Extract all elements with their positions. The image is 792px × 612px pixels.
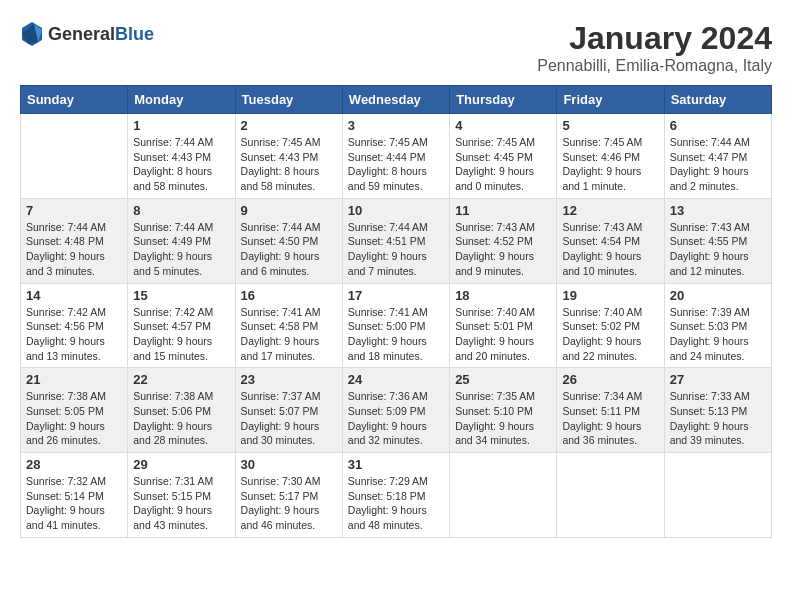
calendar-cell: 26Sunrise: 7:34 AM Sunset: 5:11 PM Dayli… — [557, 368, 664, 453]
day-info: Sunrise: 7:37 AM Sunset: 5:07 PM Dayligh… — [241, 389, 337, 448]
title-block: January 2024 Pennabilli, Emilia-Romagna,… — [537, 20, 772, 75]
day-number: 17 — [348, 288, 444, 303]
day-info: Sunrise: 7:43 AM Sunset: 4:52 PM Dayligh… — [455, 220, 551, 279]
calendar-cell: 12Sunrise: 7:43 AM Sunset: 4:54 PM Dayli… — [557, 198, 664, 283]
header-monday: Monday — [128, 86, 235, 114]
day-info: Sunrise: 7:41 AM Sunset: 5:00 PM Dayligh… — [348, 305, 444, 364]
day-info: Sunrise: 7:32 AM Sunset: 5:14 PM Dayligh… — [26, 474, 122, 533]
day-number: 21 — [26, 372, 122, 387]
day-number: 6 — [670, 118, 766, 133]
day-number: 24 — [348, 372, 444, 387]
calendar-body: 1Sunrise: 7:44 AM Sunset: 4:43 PM Daylig… — [21, 114, 772, 538]
page-header: GeneralBlue January 2024 Pennabilli, Emi… — [20, 20, 772, 75]
day-info: Sunrise: 7:38 AM Sunset: 5:06 PM Dayligh… — [133, 389, 229, 448]
day-info: Sunrise: 7:45 AM Sunset: 4:45 PM Dayligh… — [455, 135, 551, 194]
calendar-cell: 24Sunrise: 7:36 AM Sunset: 5:09 PM Dayli… — [342, 368, 449, 453]
day-number: 19 — [562, 288, 658, 303]
calendar-cell: 8Sunrise: 7:44 AM Sunset: 4:49 PM Daylig… — [128, 198, 235, 283]
calendar-week-1: 1Sunrise: 7:44 AM Sunset: 4:43 PM Daylig… — [21, 114, 772, 199]
day-info: Sunrise: 7:44 AM Sunset: 4:43 PM Dayligh… — [133, 135, 229, 194]
calendar-cell: 23Sunrise: 7:37 AM Sunset: 5:07 PM Dayli… — [235, 368, 342, 453]
calendar-week-2: 7Sunrise: 7:44 AM Sunset: 4:48 PM Daylig… — [21, 198, 772, 283]
header-tuesday: Tuesday — [235, 86, 342, 114]
day-info: Sunrise: 7:38 AM Sunset: 5:05 PM Dayligh… — [26, 389, 122, 448]
logo-general: GeneralBlue — [48, 25, 154, 44]
calendar-cell: 22Sunrise: 7:38 AM Sunset: 5:06 PM Dayli… — [128, 368, 235, 453]
logo-icon — [20, 20, 44, 48]
calendar-cell: 17Sunrise: 7:41 AM Sunset: 5:00 PM Dayli… — [342, 283, 449, 368]
day-info: Sunrise: 7:45 AM Sunset: 4:43 PM Dayligh… — [241, 135, 337, 194]
day-number: 25 — [455, 372, 551, 387]
calendar-cell: 20Sunrise: 7:39 AM Sunset: 5:03 PM Dayli… — [664, 283, 771, 368]
calendar-cell: 4Sunrise: 7:45 AM Sunset: 4:45 PM Daylig… — [450, 114, 557, 199]
calendar-cell: 7Sunrise: 7:44 AM Sunset: 4:48 PM Daylig… — [21, 198, 128, 283]
day-number: 18 — [455, 288, 551, 303]
calendar-cell: 18Sunrise: 7:40 AM Sunset: 5:01 PM Dayli… — [450, 283, 557, 368]
calendar-cell — [664, 453, 771, 538]
day-info: Sunrise: 7:44 AM Sunset: 4:51 PM Dayligh… — [348, 220, 444, 279]
day-info: Sunrise: 7:33 AM Sunset: 5:13 PM Dayligh… — [670, 389, 766, 448]
calendar-week-3: 14Sunrise: 7:42 AM Sunset: 4:56 PM Dayli… — [21, 283, 772, 368]
calendar-cell: 16Sunrise: 7:41 AM Sunset: 4:58 PM Dayli… — [235, 283, 342, 368]
day-number: 7 — [26, 203, 122, 218]
day-number: 9 — [241, 203, 337, 218]
header-saturday: Saturday — [664, 86, 771, 114]
day-info: Sunrise: 7:40 AM Sunset: 5:01 PM Dayligh… — [455, 305, 551, 364]
day-info: Sunrise: 7:45 AM Sunset: 4:46 PM Dayligh… — [562, 135, 658, 194]
calendar-cell: 25Sunrise: 7:35 AM Sunset: 5:10 PM Dayli… — [450, 368, 557, 453]
day-number: 1 — [133, 118, 229, 133]
header-thursday: Thursday — [450, 86, 557, 114]
day-info: Sunrise: 7:42 AM Sunset: 4:56 PM Dayligh… — [26, 305, 122, 364]
calendar-header: Sunday Monday Tuesday Wednesday Thursday… — [21, 86, 772, 114]
calendar-week-5: 28Sunrise: 7:32 AM Sunset: 5:14 PM Dayli… — [21, 453, 772, 538]
calendar-cell: 21Sunrise: 7:38 AM Sunset: 5:05 PM Dayli… — [21, 368, 128, 453]
calendar-cell: 30Sunrise: 7:30 AM Sunset: 5:17 PM Dayli… — [235, 453, 342, 538]
calendar-cell — [450, 453, 557, 538]
calendar-cell: 2Sunrise: 7:45 AM Sunset: 4:43 PM Daylig… — [235, 114, 342, 199]
calendar-cell: 11Sunrise: 7:43 AM Sunset: 4:52 PM Dayli… — [450, 198, 557, 283]
day-number: 30 — [241, 457, 337, 472]
day-info: Sunrise: 7:45 AM Sunset: 4:44 PM Dayligh… — [348, 135, 444, 194]
day-number: 26 — [562, 372, 658, 387]
calendar-cell: 3Sunrise: 7:45 AM Sunset: 4:44 PM Daylig… — [342, 114, 449, 199]
calendar-table: Sunday Monday Tuesday Wednesday Thursday… — [20, 85, 772, 538]
calendar-cell — [21, 114, 128, 199]
day-info: Sunrise: 7:30 AM Sunset: 5:17 PM Dayligh… — [241, 474, 337, 533]
header-friday: Friday — [557, 86, 664, 114]
day-info: Sunrise: 7:31 AM Sunset: 5:15 PM Dayligh… — [133, 474, 229, 533]
day-info: Sunrise: 7:44 AM Sunset: 4:48 PM Dayligh… — [26, 220, 122, 279]
day-number: 8 — [133, 203, 229, 218]
calendar-cell: 9Sunrise: 7:44 AM Sunset: 4:50 PM Daylig… — [235, 198, 342, 283]
day-number: 4 — [455, 118, 551, 133]
day-number: 28 — [26, 457, 122, 472]
day-number: 27 — [670, 372, 766, 387]
calendar-cell: 14Sunrise: 7:42 AM Sunset: 4:56 PM Dayli… — [21, 283, 128, 368]
calendar-cell: 6Sunrise: 7:44 AM Sunset: 4:47 PM Daylig… — [664, 114, 771, 199]
calendar-cell: 13Sunrise: 7:43 AM Sunset: 4:55 PM Dayli… — [664, 198, 771, 283]
weekday-row: Sunday Monday Tuesday Wednesday Thursday… — [21, 86, 772, 114]
day-number: 23 — [241, 372, 337, 387]
day-number: 20 — [670, 288, 766, 303]
day-info: Sunrise: 7:44 AM Sunset: 4:50 PM Dayligh… — [241, 220, 337, 279]
day-number: 10 — [348, 203, 444, 218]
day-number: 11 — [455, 203, 551, 218]
day-number: 16 — [241, 288, 337, 303]
day-number: 14 — [26, 288, 122, 303]
day-info: Sunrise: 7:29 AM Sunset: 5:18 PM Dayligh… — [348, 474, 444, 533]
calendar-cell: 10Sunrise: 7:44 AM Sunset: 4:51 PM Dayli… — [342, 198, 449, 283]
calendar-cell: 28Sunrise: 7:32 AM Sunset: 5:14 PM Dayli… — [21, 453, 128, 538]
day-info: Sunrise: 7:42 AM Sunset: 4:57 PM Dayligh… — [133, 305, 229, 364]
day-info: Sunrise: 7:41 AM Sunset: 4:58 PM Dayligh… — [241, 305, 337, 364]
calendar-cell: 29Sunrise: 7:31 AM Sunset: 5:15 PM Dayli… — [128, 453, 235, 538]
day-number: 29 — [133, 457, 229, 472]
day-info: Sunrise: 7:39 AM Sunset: 5:03 PM Dayligh… — [670, 305, 766, 364]
header-sunday: Sunday — [21, 86, 128, 114]
day-info: Sunrise: 7:40 AM Sunset: 5:02 PM Dayligh… — [562, 305, 658, 364]
day-number: 13 — [670, 203, 766, 218]
calendar-cell — [557, 453, 664, 538]
logo: GeneralBlue — [20, 20, 154, 48]
day-number: 12 — [562, 203, 658, 218]
day-number: 3 — [348, 118, 444, 133]
day-info: Sunrise: 7:44 AM Sunset: 4:47 PM Dayligh… — [670, 135, 766, 194]
header-wednesday: Wednesday — [342, 86, 449, 114]
